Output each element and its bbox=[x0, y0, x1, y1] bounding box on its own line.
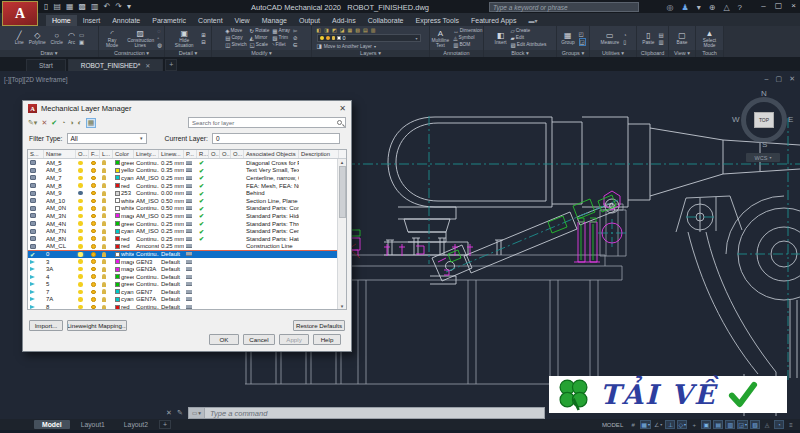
layer-lock-icon[interactable] bbox=[102, 274, 106, 279]
ribbon-tab-insert[interactable]: Insert bbox=[77, 15, 107, 26]
layer-freeze-icon[interactable] bbox=[91, 183, 96, 188]
layer-lock-icon[interactable] bbox=[102, 289, 106, 294]
panel-label-annotation[interactable]: Annotation bbox=[430, 50, 483, 57]
infocenter-search-icon[interactable]: ◎ bbox=[667, 3, 674, 12]
viewport-close-icon[interactable]: ✕ bbox=[789, 75, 795, 83]
layer-search-input[interactable]: Search for layer bbox=[188, 117, 346, 128]
layer-on-icon[interactable] bbox=[78, 214, 83, 219]
layer-freeze-icon[interactable] bbox=[91, 199, 96, 204]
column-header[interactable]: Color bbox=[113, 150, 134, 158]
copy-clip-tool[interactable]: ▤ bbox=[659, 32, 664, 38]
layer-row[interactable]: 8 red Continu... Default bbox=[28, 303, 346, 310]
layer-color-swatch[interactable] bbox=[115, 289, 120, 294]
layer-tool-icon-4[interactable]: ▦ bbox=[347, 27, 352, 33]
clean-screen-icon[interactable]: ◔ bbox=[774, 420, 784, 429]
workspace-icon[interactable]: ▧ bbox=[750, 420, 760, 429]
layer-plot-icon[interactable] bbox=[186, 206, 192, 210]
layer-row[interactable]: AM_7N cyan AM_ISO... 0.25 mm ✔ Standard … bbox=[28, 227, 346, 235]
layer-tool-icon-2[interactable]: ◩ bbox=[332, 27, 337, 33]
layer-on-icon[interactable] bbox=[78, 176, 83, 181]
open-file-icon[interactable]: ▤ bbox=[53, 2, 61, 11]
layer-color-swatch[interactable] bbox=[115, 175, 120, 180]
rotate-tool[interactable]: ↻ Rotate bbox=[250, 28, 270, 34]
arc-tool[interactable]: ◠ Arc bbox=[67, 31, 76, 45]
filter-type-select[interactable]: All ▾ bbox=[67, 133, 147, 144]
grid-icon[interactable]: # bbox=[628, 420, 638, 429]
drawing-canvas[interactable]: [-][Top][2D Wireframe] –▢✕ N W E S TOP W… bbox=[0, 71, 800, 433]
layer-row[interactable]: AM_6 yellow Continu... 0.35 mm ✔ Text Ve… bbox=[28, 167, 346, 175]
measure-tool[interactable]: ▭ Measure bbox=[600, 31, 621, 45]
customization-menu-icon[interactable]: ≡ bbox=[786, 420, 796, 429]
sign-in-icon[interactable]: ♟ bbox=[682, 3, 689, 12]
import-button[interactable]: Import... bbox=[29, 320, 63, 331]
copy-tool[interactable]: ▤ Copy bbox=[225, 35, 246, 41]
layer-on-icon[interactable] bbox=[78, 259, 83, 264]
layer-plot-icon[interactable] bbox=[186, 297, 192, 301]
compass-south[interactable]: S bbox=[762, 140, 767, 149]
column-header[interactable]: Linety... bbox=[134, 150, 159, 158]
current-layer-field[interactable]: 0 bbox=[212, 133, 340, 144]
layer-on-icon[interactable] bbox=[78, 282, 83, 287]
base-view-tool[interactable]: ▢ Base bbox=[676, 31, 689, 45]
layer-plot-icon[interactable] bbox=[186, 161, 192, 165]
redo-icon[interactable]: ↷ bbox=[115, 2, 122, 11]
help-icon[interactable]: ? bbox=[738, 3, 742, 12]
ribbon-tab-view[interactable]: View bbox=[229, 15, 256, 26]
layer-color-swatch[interactable] bbox=[115, 236, 120, 241]
construction-point-tool[interactable]: ◦ bbox=[157, 35, 162, 41]
sign-in-dropdown-icon[interactable]: ▾ bbox=[697, 3, 701, 12]
panel-label-draw[interactable]: Draw ▾ bbox=[0, 50, 98, 57]
layer-freeze-icon[interactable] bbox=[91, 168, 96, 173]
layer-plot-icon[interactable] bbox=[186, 252, 192, 256]
layer-on-icon[interactable] bbox=[78, 297, 83, 302]
file-tab-robot-finished-[interactable]: ROBOT_FINISHED* ✕ bbox=[68, 59, 164, 71]
layer-on-icon[interactable] bbox=[78, 191, 83, 196]
layer-on-icon[interactable] bbox=[78, 229, 83, 234]
close-button[interactable]: × bbox=[791, 1, 796, 10]
ribbon-options-icon[interactable]: ▬▾ bbox=[523, 15, 544, 26]
scrollbar-thumb[interactable] bbox=[339, 166, 346, 218]
column-header[interactable]: S... bbox=[28, 150, 44, 158]
layer-tool-icon-0[interactable]: ◧ bbox=[317, 27, 322, 33]
app-store-icon[interactable]: ⊕ bbox=[709, 3, 716, 12]
column-header[interactable]: O... bbox=[76, 150, 89, 158]
layer-color-swatch[interactable] bbox=[115, 213, 120, 218]
layer-on-icon[interactable] bbox=[78, 274, 83, 279]
command-close-icon[interactable]: ✕ bbox=[166, 409, 172, 417]
layer-freeze-icon[interactable] bbox=[91, 214, 96, 219]
panel-label-layers[interactable]: Layers ▾ bbox=[312, 50, 429, 57]
layer-row[interactable]: AM_8N red Continu... 0.25 mm ✔ Standard … bbox=[28, 235, 346, 243]
layer-plot-icon[interactable] bbox=[186, 199, 192, 203]
new-layout-button[interactable]: + bbox=[159, 420, 171, 429]
layer-row[interactable]: AM_8 red Continu... 0.25 mm ✔ FEA: Mesh,… bbox=[28, 182, 346, 190]
detail-zoom-in-tool[interactable]: ⊞ bbox=[201, 32, 206, 38]
layer-row[interactable]: ✔ 0 white Continu... Default bbox=[28, 250, 346, 258]
layer-row[interactable]: AM_4N green Continu... 0.25 mm ✔ Standar… bbox=[28, 220, 346, 228]
panel-label-groups[interactable]: Groups ▾ bbox=[557, 50, 589, 57]
layer-freeze-icon[interactable] bbox=[91, 305, 96, 310]
close-icon[interactable]: ✕ bbox=[145, 62, 150, 69]
infocenter-search-input[interactable]: Type a keyword or phrase bbox=[489, 2, 639, 12]
layer-tool-icon-5[interactable]: ▧ bbox=[355, 27, 360, 33]
layer-tool-icon-7[interactable]: ▥ bbox=[371, 27, 376, 33]
panel-label-view[interactable]: View ▾ bbox=[669, 50, 695, 57]
panel-label-block[interactable]: Block ▾ bbox=[484, 50, 556, 57]
cancel-button[interactable]: Cancel bbox=[243, 334, 275, 345]
select-mode-tool[interactable]: ▲ Select Mode bbox=[698, 29, 721, 48]
layout-tab-layout1[interactable]: Layout1 bbox=[73, 420, 113, 429]
hatch-tool[interactable]: ▣ bbox=[79, 39, 84, 45]
layer-plot-icon[interactable] bbox=[186, 184, 192, 188]
layer-plot-icon[interactable] bbox=[186, 282, 192, 286]
ray-mode-tool[interactable]: ◜ Ray Mode bbox=[101, 29, 123, 48]
cut-clip-tool[interactable]: ▥ bbox=[659, 39, 664, 45]
group-edit-tool[interactable]: ◲ bbox=[579, 38, 586, 46]
column-header[interactable]: O... bbox=[220, 150, 231, 158]
layer-on-icon[interactable] bbox=[78, 267, 83, 272]
layout-tab-model[interactable]: Model bbox=[34, 420, 70, 429]
layer-freeze-icon[interactable] bbox=[91, 282, 96, 287]
erase-tool[interactable]: ⊘ bbox=[293, 35, 298, 41]
dimension-tool[interactable]: ↔ Dimension bbox=[453, 28, 482, 34]
layer-color-swatch[interactable] bbox=[115, 229, 120, 234]
help-button[interactable]: Help bbox=[313, 334, 341, 345]
ribbon-tab-featured-apps[interactable]: Featured Apps bbox=[465, 15, 523, 26]
